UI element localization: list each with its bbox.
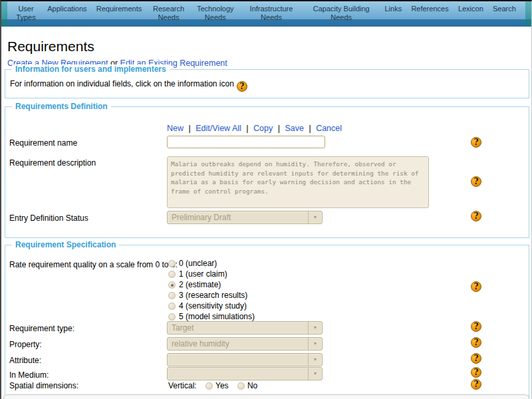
help-icon[interactable]: ? (471, 137, 481, 148)
help-icon[interactable]: ? (471, 176, 481, 187)
chevron-down-icon: ▼ (308, 354, 322, 366)
yes-label: Yes (215, 381, 229, 390)
chevron-down-icon: ▼ (308, 322, 322, 334)
copy-link[interactable]: Copy (253, 124, 273, 133)
info-text: For information on individual fields, cl… (10, 79, 247, 92)
requirement-name-input[interactable] (167, 136, 325, 148)
vertical-no-option[interactable]: No (237, 381, 257, 390)
chevron-down-icon: ▼ (308, 368, 322, 380)
quality-option-2[interactable]: 2 (estimate) (168, 280, 221, 289)
vertical-label: Vertical: (168, 381, 197, 390)
quality-option-label: 0 (unclear) (179, 259, 217, 268)
radio-button[interactable] (205, 382, 213, 390)
entry-definition-status-value: Preliminary Draft (168, 211, 308, 223)
nav-left-cap (1, 1, 7, 27)
nav-item-capacity-building-needs[interactable]: Capacity Building Needs (307, 5, 375, 22)
entry-definition-status-select[interactable]: Preliminary Draft ▼ (167, 211, 323, 224)
help-icon[interactable]: ? (237, 81, 247, 92)
nav-item-references[interactable]: References (411, 5, 448, 13)
property-label: Property: (9, 340, 42, 349)
no-label: No (247, 381, 257, 390)
quality-option-label: 1 (user claim) (179, 269, 227, 279)
quality-option-0[interactable]: 0 (unclear) (168, 259, 217, 268)
vertical-yes-option[interactable]: Yes (205, 381, 229, 390)
radio-button[interactable] (168, 303, 176, 310)
radio-button[interactable] (168, 271, 176, 278)
property-select[interactable]: relative humidity ▼ (167, 337, 323, 350)
nav-item-lexicon[interactable]: Lexicon (458, 5, 483, 13)
cancel-link[interactable]: Cancel (316, 124, 342, 133)
requirement-specification-fieldset: Requirement Specification Rate requireme… (5, 245, 529, 399)
save-link[interactable]: Save (285, 124, 304, 133)
requirement-specification-legend: Requirement Specification (12, 240, 119, 249)
quality-option-label: 4 (sensitivity study) (179, 301, 247, 311)
chevron-down-icon: ▼ (308, 211, 322, 223)
radio-button-checked[interactable] (168, 281, 176, 289)
nav-item-infrastructure-needs[interactable]: Infrastructure Needs (245, 5, 298, 22)
quality-option-1[interactable]: 1 (user claim) (168, 269, 227, 279)
info-fieldset-legend: Information for users and implementers (12, 65, 170, 74)
nav-item-applications[interactable]: Applications (47, 5, 86, 13)
nav-item-requirements[interactable]: Requirements (96, 5, 142, 13)
info-fieldset: Information for users and implementers F… (5, 69, 529, 98)
nav-item-research-needs[interactable]: Research Needs (152, 5, 186, 22)
quality-option-5[interactable]: 5 (model simulations) (168, 312, 255, 321)
quality-scale-label: Rate requirement quality on a scale from… (9, 260, 178, 269)
separator: | (189, 124, 191, 133)
requirement-description-textarea[interactable]: Malaria outbreaks depend on humidity. Th… (167, 156, 429, 208)
help-icon[interactable]: ? (471, 353, 481, 364)
requirement-type-label: Requirement type: (9, 324, 74, 333)
requirements-definition-legend: Requirements Definition (12, 102, 111, 111)
requirement-type-value: Target (168, 322, 308, 334)
radio-button[interactable] (168, 313, 176, 321)
radio-button[interactable] (237, 382, 245, 390)
nav-items: User Types Applications Requirements Res… (7, 1, 525, 27)
attribute-select[interactable]: ▼ (167, 353, 323, 366)
radio-button[interactable] (168, 292, 176, 299)
separator: | (309, 124, 311, 133)
quality-option-3[interactable]: 3 (research results) (168, 291, 247, 300)
requirement-description-label: Requirement description (9, 158, 96, 168)
window-bottom-bar (3, 394, 529, 399)
nav-item-technology-needs[interactable]: Technology Needs (196, 5, 235, 22)
nav-item-links[interactable]: Links (384, 5, 402, 13)
quality-option-label: 5 (model simulations) (179, 312, 255, 321)
nav-right-cap (525, 1, 531, 27)
help-icon[interactable]: ? (471, 211, 481, 221)
page-title: Requirements (7, 39, 94, 55)
help-icon[interactable]: ? (471, 321, 481, 332)
spatial-dimensions-label: Spatial dimensions: (9, 381, 78, 390)
requirement-name-label: Requirement name (9, 138, 77, 148)
property-value: relative humidity (168, 338, 308, 350)
entry-definition-status-label: Entry Definition Status (9, 213, 88, 223)
spatial-vertical-row: Vertical: Yes No (168, 381, 257, 390)
attribute-label: Attribute: (9, 356, 41, 365)
chevron-down-icon: ▼ (308, 338, 322, 350)
action-links: New | Edit/View All | Copy | Save | Canc… (167, 124, 342, 133)
nav-item-search[interactable]: Search (493, 5, 516, 13)
in-medium-select[interactable]: ▼ (167, 367, 323, 380)
help-icon[interactable]: ? (471, 367, 481, 378)
quality-option-label: 3 (research results) (179, 291, 247, 300)
nav-item-user-types[interactable]: User Types (14, 5, 38, 22)
separator: | (246, 124, 248, 133)
help-icon[interactable]: ? (471, 337, 481, 348)
top-navigation: User Types Applications Requirements Res… (1, 1, 531, 27)
new-link[interactable]: New (167, 124, 184, 133)
help-icon[interactable]: ? (471, 281, 481, 292)
separator: | (278, 124, 280, 133)
edit-view-all-link[interactable]: Edit/View All (196, 124, 241, 133)
in-medium-label: In Medium: (9, 370, 49, 380)
requirements-definition-fieldset: Requirements Definition New | Edit/View … (5, 106, 529, 238)
attribute-value (168, 354, 308, 366)
in-medium-value (168, 368, 308, 380)
radio-button[interactable] (168, 260, 176, 267)
quality-option-4[interactable]: 4 (sensitivity study) (168, 301, 247, 311)
requirements-page: User Types Applications Requirements Res… (0, 0, 532, 399)
quality-option-label: 2 (estimate) (179, 280, 221, 289)
help-icon[interactable]: ? (471, 379, 481, 390)
info-text-content: For information on individual fields, cl… (10, 79, 234, 88)
requirement-type-select[interactable]: Target ▼ (167, 321, 323, 334)
